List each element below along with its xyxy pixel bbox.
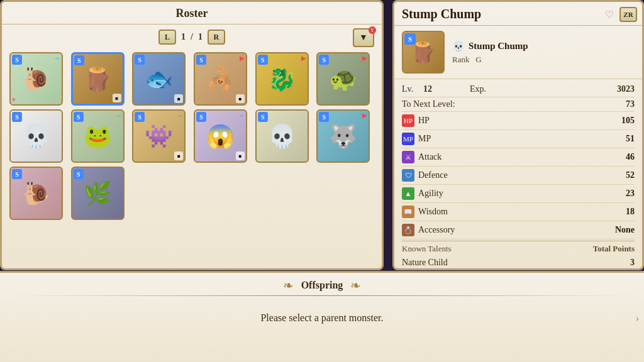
talent-value: 3 <box>630 258 635 268</box>
mp-value: 51 <box>626 134 635 144</box>
offspring-deco-left: ❧ <box>283 278 294 293</box>
monster-card[interactable]: S 🐟 ↔ ■ <box>132 52 186 106</box>
stat-label-agi: ▲ Agility <box>402 187 490 200</box>
talent-name: Nature Child <box>402 258 448 268</box>
talents-row: Known Talents Total Points <box>402 241 635 256</box>
monster-name: Stump Chump <box>469 41 528 52</box>
monster-badge-s: S <box>74 55 84 65</box>
roster-panel: Roster L 1 / 1 R ▼ Y S 🐌 ↔ ♥ S 🪵 ↔ ■ <box>0 0 384 270</box>
stat-row-mp: MP MP 51 <box>402 130 635 148</box>
monster-heart: ♥ <box>12 96 16 103</box>
lv-value: 12 <box>423 84 432 94</box>
stat-row-def: 🛡 Defence 52 <box>402 167 635 185</box>
monster-badge-s: S <box>319 112 329 122</box>
monster-bottom-icon: ■ <box>236 151 245 160</box>
monster-card[interactable]: S 💀 <box>255 109 309 163</box>
mp-icon: MP <box>402 133 414 145</box>
monster-badge-s: S <box>258 55 268 65</box>
level-row: Lv. 12 Exp. 3023 <box>402 82 635 97</box>
monster-badge-s: S <box>12 55 22 65</box>
heart-button[interactable]: ♡ <box>602 7 617 22</box>
page-separator: / <box>191 32 193 42</box>
offspring-deco-right: ❧ <box>350 278 361 293</box>
hp-icon: HP <box>402 114 414 127</box>
monster-card[interactable]: S 🐺 ▶ <box>316 109 370 163</box>
monster-card[interactable]: S 🐢 ▶ <box>316 52 370 106</box>
next-level-row: To Next Level: 73 <box>402 97 635 112</box>
def-value: 52 <box>626 170 635 180</box>
filter-button[interactable]: ▼ Y <box>353 28 374 47</box>
monster-arrow: ↔ <box>177 55 183 62</box>
monster-badge-s: S <box>74 169 84 179</box>
offspring-section: ❧ Offspring ❧ Please select a parent mon… <box>0 271 644 362</box>
offspring-prompt: Please select a parent monster. <box>260 312 383 324</box>
monster-card[interactable]: S 🐌 <box>9 167 63 220</box>
stat-label-mp: MP MP <box>402 133 490 145</box>
monster-bottom-icon: ■ <box>113 94 121 102</box>
monster-card[interactable]: S 😱 ↔ ■ <box>194 109 247 163</box>
acc-icon: 💍 <box>402 224 414 236</box>
portrait-badge: S <box>404 33 416 45</box>
wis-value: 18 <box>626 207 635 217</box>
next-level-value: 73 <box>626 99 635 109</box>
monster-badge-s: S <box>135 112 145 122</box>
atk-label: Attack <box>418 152 441 162</box>
monster-arrow: ▶ <box>362 112 367 119</box>
known-talents-label: Known Talents <box>402 244 452 254</box>
monster-grid: S 🐌 ↔ ♥ S 🪵 ↔ ■ S 🐟 ↔ ■ S 🦂 ▶ ■ <box>2 50 382 225</box>
monster-card[interactable]: S 🐸 ↔ <box>71 109 125 163</box>
monster-card[interactable]: S 👾 ↔ ■ <box>132 109 186 163</box>
offspring-content: Please select a parent monster. <box>0 296 644 340</box>
monster-arrow: ↔ <box>238 112 245 119</box>
monster-arrow: ▶ <box>301 55 306 62</box>
zr-button[interactable]: ZR <box>619 7 637 22</box>
atk-value: 46 <box>626 152 635 162</box>
monster-badge-s: S <box>12 169 22 179</box>
roster-title: Roster <box>2 2 382 25</box>
stats-panel: Stump Chump S 🪵 💀 Stump Chump Rank G ♡ <box>392 0 644 270</box>
page-total: 1 <box>198 32 203 42</box>
monster-badge-s: S <box>196 112 206 122</box>
monster-bottom-icon: ■ <box>174 94 183 103</box>
monster-arrow: ↔ <box>115 55 121 62</box>
offspring-arrow[interactable]: › <box>636 313 639 324</box>
monster-arrow: ▶ <box>362 55 367 62</box>
wis-label: Wisdom <box>418 207 448 217</box>
monster-bottom-icon: ■ <box>236 94 245 103</box>
monster-card[interactable]: S 🪵 ↔ ■ <box>71 52 125 106</box>
monster-card[interactable]: S 💀 <box>9 109 63 163</box>
hp-value: 105 <box>621 116 635 126</box>
monster-card[interactable]: S 🦂 ▶ ■ <box>194 52 247 106</box>
offspring-title: Offspring <box>301 280 343 291</box>
exp-value: 3023 <box>617 84 635 94</box>
lv-label: Lv. <box>402 84 421 94</box>
monster-badge-s: S <box>319 55 329 65</box>
monster-bottom-icon: ■ <box>174 151 183 160</box>
hp-label: HP <box>418 116 430 126</box>
game-screen: Roster L 1 / 1 R ▼ Y S 🐌 ↔ ♥ S 🪵 ↔ ■ <box>0 0 644 362</box>
mp-label: MP <box>418 134 431 144</box>
monster-badge-s: S <box>258 112 268 122</box>
monster-badge-s: S <box>74 112 84 122</box>
monster-arrow: ▶ <box>240 55 245 62</box>
monster-card[interactable]: S 🐌 ↔ ♥ <box>9 52 63 106</box>
stats-title: Stump Chump <box>402 7 481 21</box>
def-icon: 🛡 <box>402 169 414 182</box>
stat-row-acc: 💍 Accessory None <box>402 221 635 239</box>
filter-badge: Y <box>369 26 376 34</box>
stat-label-wis: 📖 Wisdom <box>402 206 490 218</box>
exp-label: Exp. <box>470 84 486 94</box>
def-label: Defence <box>418 170 448 180</box>
agi-label: Agility <box>418 189 443 199</box>
monster-arrow: ↔ <box>54 55 60 62</box>
monster-badge-s: S <box>135 55 145 65</box>
stat-row-wis: 📖 Wisdom 18 <box>402 203 635 221</box>
monster-card[interactable]: S 🌿 <box>71 167 125 220</box>
nav-left-button[interactable]: L <box>158 30 176 45</box>
monster-arrow: ↔ <box>116 112 122 119</box>
monster-card[interactable]: S 🐉 ▶ <box>255 52 309 106</box>
stat-row-hp: HP HP 105 <box>402 112 635 130</box>
skull-icon: 💀 <box>452 40 465 52</box>
nav-right-button[interactable]: R <box>208 30 225 45</box>
filter-icon: ▼ <box>359 33 368 43</box>
